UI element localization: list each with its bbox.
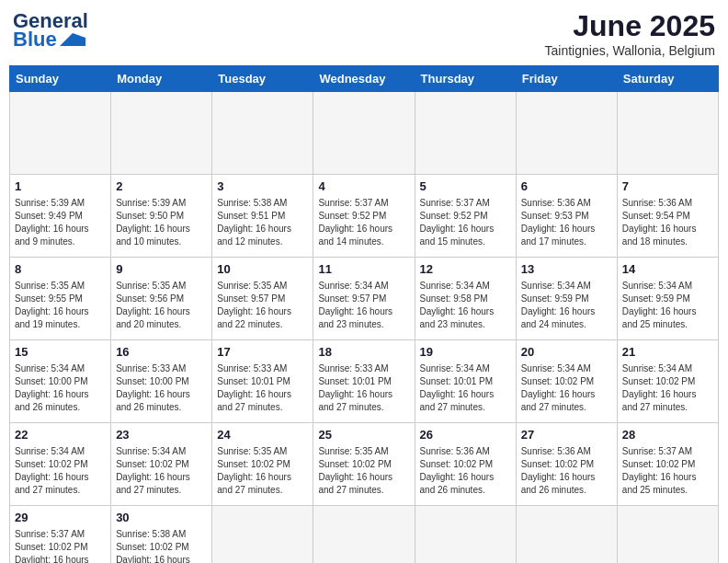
day-info: Daylight: 16 hours [420,471,511,484]
logo-blue-text: Blue [13,28,57,52]
day-info: Sunset: 10:02 PM [116,541,207,554]
day-info: Sunset: 9:53 PM [521,210,612,223]
day-number: 24 [217,427,308,443]
calendar-cell: 5Sunrise: 5:37 AMSunset: 9:52 PMDaylight… [415,175,516,258]
day-info: and 17 minutes. [521,236,612,248]
day-info: and 26 minutes. [116,401,207,414]
day-number: 26 [420,427,511,443]
day-info: Daylight: 16 hours [318,305,409,318]
day-info: Sunrise: 5:34 AM [15,362,106,375]
day-info: Daylight: 16 hours [217,471,308,484]
day-number: 21 [622,344,713,361]
day-info: Sunset: 10:02 PM [116,458,207,471]
day-info: Daylight: 16 hours [217,388,308,401]
day-info: Sunset: 10:02 PM [15,541,106,554]
day-info: Daylight: 16 hours [521,388,612,401]
day-info: and 24 minutes. [521,318,612,331]
day-info: Sunset: 10:02 PM [318,458,409,471]
day-info: Sunset: 10:00 PM [15,375,106,388]
calendar-cell: 15Sunrise: 5:34 AMSunset: 10:00 PMDaylig… [10,340,111,423]
day-info: Sunrise: 5:34 AM [420,280,511,293]
day-info: Sunrise: 5:35 AM [15,280,106,293]
day-info: Sunset: 9:59 PM [622,293,713,305]
day-number: 30 [116,510,207,526]
calendar-cell: 8Sunrise: 5:35 AMSunset: 9:55 PMDaylight… [10,258,111,340]
calendar-cell: 19Sunrise: 5:34 AMSunset: 10:01 PMDaylig… [415,340,516,423]
day-number: 22 [15,427,106,443]
calendar-cell [313,92,415,175]
day-info: Sunset: 9:57 PM [217,293,308,305]
day-info: Sunrise: 5:35 AM [217,445,308,458]
day-number: 23 [116,427,207,443]
svg-marker-0 [60,33,85,46]
calendar-cell: 14Sunrise: 5:34 AMSunset: 9:59 PMDayligh… [617,258,718,340]
day-number: 10 [217,261,308,278]
logo: General Blue [13,9,88,52]
calendar-cell [212,92,313,175]
calendar-cell: 3Sunrise: 5:38 AMSunset: 9:51 PMDaylight… [212,175,313,258]
day-number: 15 [15,344,106,361]
day-info: Sunset: 9:54 PM [622,210,713,223]
day-info: Daylight: 16 hours [116,223,207,236]
day-info: Sunset: 9:58 PM [420,293,511,305]
day-info: Sunrise: 5:38 AM [116,528,207,541]
day-number: 25 [318,427,409,443]
day-number: 20 [521,344,612,361]
day-number: 16 [116,344,207,361]
calendar-cell: 4Sunrise: 5:37 AMSunset: 9:52 PMDaylight… [313,175,415,258]
calendar-cell [516,506,617,564]
day-number: 28 [622,427,713,443]
day-number: 14 [622,261,713,278]
calendar-cell: 20Sunrise: 5:34 AMSunset: 10:02 PMDaylig… [516,340,617,423]
day-info: Daylight: 16 hours [116,471,207,484]
day-info: and 27 minutes. [116,484,207,497]
day-info: Sunrise: 5:35 AM [217,280,308,293]
day-info: Sunrise: 5:33 AM [217,362,308,375]
day-number: 4 [318,178,409,195]
calendar-cell: 13Sunrise: 5:34 AMSunset: 9:59 PMDayligh… [516,258,617,340]
calendar-cell [415,92,516,175]
day-info: Daylight: 16 hours [116,388,207,401]
day-info: Sunrise: 5:36 AM [521,445,612,458]
day-info: and 27 minutes. [15,484,106,497]
day-info: Sunset: 9:52 PM [318,210,409,223]
day-info: Sunset: 9:49 PM [15,210,106,223]
day-info: and 27 minutes. [217,484,308,497]
day-number: 1 [15,178,106,195]
day-number: 7 [622,178,713,195]
calendar-cell: 9Sunrise: 5:35 AMSunset: 9:56 PMDaylight… [111,258,212,340]
day-info: Sunset: 9:52 PM [420,210,511,223]
day-info: Sunset: 9:55 PM [15,293,106,305]
day-number: 19 [420,344,511,361]
week-row-3: 15Sunrise: 5:34 AMSunset: 10:00 PMDaylig… [10,340,719,423]
day-info: Sunset: 9:57 PM [318,293,409,305]
day-info: Sunrise: 5:36 AM [420,445,511,458]
calendar-cell: 17Sunrise: 5:33 AMSunset: 10:01 PMDaylig… [212,340,313,423]
day-info: Sunrise: 5:34 AM [318,280,409,293]
calendar-header-row: SundayMondayTuesdayWednesdayThursdayFrid… [10,66,719,92]
day-info: Daylight: 16 hours [622,388,713,401]
week-row-0 [10,92,719,175]
day-info: and 27 minutes. [521,401,612,414]
day-info: Daylight: 16 hours [15,388,106,401]
day-info: and 25 minutes. [622,484,713,497]
calendar-cell [111,92,212,175]
day-info: Sunrise: 5:37 AM [622,445,713,458]
week-row-5: 29Sunrise: 5:37 AMSunset: 10:02 PMDaylig… [10,506,719,564]
day-info: Sunset: 9:51 PM [217,210,308,223]
day-info: Daylight: 16 hours [521,471,612,484]
day-number: 3 [217,178,308,195]
day-info: and 14 minutes. [318,236,409,248]
day-info: Sunrise: 5:35 AM [318,445,409,458]
day-number: 8 [15,261,106,278]
day-info: and 23 minutes. [318,318,409,331]
col-header-tuesday: Tuesday [212,66,313,92]
day-info: Sunset: 10:01 PM [318,375,409,388]
day-info: Sunrise: 5:34 AM [521,280,612,293]
day-info: Daylight: 16 hours [318,388,409,401]
day-info: Daylight: 16 hours [217,223,308,236]
day-info: Daylight: 16 hours [116,305,207,318]
day-info: and 27 minutes. [318,401,409,414]
calendar-cell: 11Sunrise: 5:34 AMSunset: 9:57 PMDayligh… [313,258,415,340]
day-info: Sunset: 10:02 PM [420,458,511,471]
